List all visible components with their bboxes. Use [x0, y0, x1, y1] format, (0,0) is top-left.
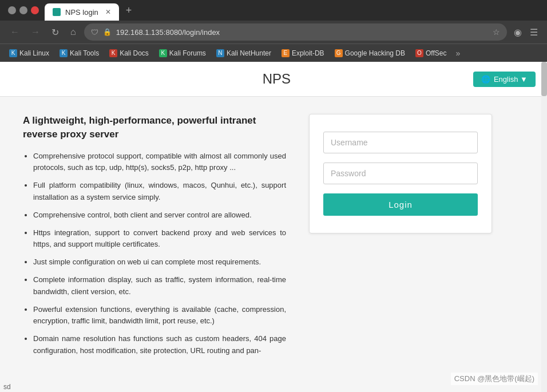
reload-button[interactable]: ↻ — [48, 25, 62, 40]
maximize-button[interactable] — [19, 6, 27, 14]
bookmark-kali-linux[interactable]: K Kali Linux — [5, 47, 54, 59]
kali-linux-favicon: K — [9, 49, 17, 57]
google-hacking-favicon: G — [335, 49, 343, 57]
login-card: Login — [309, 114, 492, 233]
bookmark-kali-tools[interactable]: K Kali Tools — [55, 47, 104, 59]
page-content: NPS 🌐 English ▼ A lightweight, high-perf… — [0, 62, 547, 392]
feature-item-4: Https integration, support to convert ba… — [33, 227, 286, 251]
nav-bar: ← → ↻ ⌂ 🛡 🔒 192.168.1.135:8080/login/ind… — [0, 21, 547, 43]
bookmark-exploit-db-label: Exploit-DB — [292, 49, 324, 57]
active-tab[interactable]: NPS login ✕ — [45, 3, 119, 21]
kali-nethunter-favicon: N — [216, 49, 224, 57]
feature-list: Comprehensive protocol support, compatib… — [23, 151, 286, 357]
login-button[interactable]: Login — [323, 193, 478, 216]
bookmark-kali-docs-label: Kali Docs — [120, 49, 149, 57]
tab-favicon — [53, 8, 61, 16]
bookmark-kali-nethunter-label: Kali NetHunter — [227, 49, 271, 57]
site-header: NPS 🌐 English ▼ — [0, 62, 547, 97]
tab-close-icon[interactable]: ✕ — [105, 8, 111, 16]
minimize-button[interactable] — [8, 6, 16, 14]
language-button[interactable]: 🌐 English ▼ — [473, 72, 536, 87]
feature-item-1: Comprehensive protocol support, compatib… — [33, 151, 286, 175]
new-tab-button[interactable]: + — [121, 3, 137, 18]
tab-title: NPS login — [65, 8, 98, 17]
kali-tools-favicon: K — [60, 49, 68, 57]
exploit-db-favicon: E — [282, 49, 290, 57]
address-text: 192.168.1.135:8080/login/index — [116, 28, 488, 37]
menu-button[interactable]: ☰ — [528, 25, 540, 40]
bookmark-kali-forums-label: Kali Forums — [169, 49, 206, 57]
bookmark-google-hacking-db[interactable]: G Google Hacking DB — [330, 47, 410, 59]
offsec-favicon: O — [415, 49, 423, 57]
language-label: English ▼ — [494, 75, 528, 84]
main-area: A lightweight, high-performance, powerfu… — [0, 97, 547, 380]
back-button[interactable]: ← — [7, 25, 23, 39]
address-bar[interactable]: 🛡 🔒 192.168.1.135:8080/login/index ☆ — [84, 23, 507, 41]
window-controls — [5, 6, 42, 14]
bookmark-google-hacking-label: Google Hacking DB — [345, 49, 405, 57]
bookmark-kali-linux-label: Kali Linux — [19, 49, 49, 57]
site-title: NPS — [80, 71, 473, 87]
shield-icon: 🛡 — [91, 28, 98, 37]
globe-icon: 🌐 — [481, 75, 490, 84]
feature-item-6: Complete information display, such as tr… — [33, 274, 286, 298]
bookmarks-bar: K Kali Linux K Kali Tools K Kali Docs K … — [0, 43, 547, 62]
bookmark-kali-docs[interactable]: K Kali Docs — [105, 47, 153, 59]
forward-button[interactable]: → — [27, 25, 43, 39]
feature-item-2: Full platform compatibility (linux, wind… — [33, 180, 286, 204]
pocket-icon[interactable]: ◉ — [512, 25, 524, 40]
close-window-button[interactable] — [31, 6, 39, 14]
sd-badge: sd — [0, 382, 14, 392]
tab-bar: NPS login ✕ + — [0, 0, 547, 21]
right-panel: Login — [309, 114, 492, 363]
feature-item-8: Domain name resolution has functions suc… — [33, 333, 286, 357]
bookmark-kali-nethunter[interactable]: N Kali NetHunter — [212, 47, 276, 59]
lock-icon: 🔒 — [103, 28, 112, 36]
feature-item-7: Powerful extension functions, everything… — [33, 304, 286, 328]
browser-window: NPS login ✕ + ← → ↻ ⌂ 🛡 🔒 192.168.1.135:… — [0, 0, 547, 392]
kali-docs-favicon: K — [109, 49, 117, 57]
left-panel: A lightweight, high-performance, powerfu… — [23, 114, 286, 363]
bookmark-offsec[interactable]: O OffSec — [411, 47, 451, 59]
bookmark-kali-tools-label: Kali Tools — [70, 49, 99, 57]
browser-actions: ◉ ☰ — [512, 25, 540, 40]
scrollbar-thumb[interactable] — [541, 62, 547, 96]
watermark: CSDN @黑色地带(崛起) — [451, 373, 538, 385]
home-button[interactable]: ⌂ — [67, 25, 80, 39]
main-heading: A lightweight, high-performance, powerfu… — [23, 114, 286, 141]
bookmark-exploit-db[interactable]: E Exploit-DB — [277, 47, 329, 59]
password-input[interactable] — [323, 163, 478, 184]
scrollbar[interactable] — [541, 62, 547, 392]
username-input[interactable] — [323, 132, 478, 153]
bookmark-star-icon[interactable]: ☆ — [493, 27, 500, 37]
bookmark-kali-forums[interactable]: K Kali Forums — [154, 47, 211, 59]
kali-forums-favicon: K — [159, 49, 167, 57]
bookmark-offsec-label: OffSec — [426, 49, 446, 57]
more-bookmarks-icon[interactable]: » — [452, 47, 463, 60]
feature-item-3: Comprehensive control, both client and s… — [33, 209, 286, 221]
feature-item-5: Just simple configuration on web ui can … — [33, 256, 286, 268]
